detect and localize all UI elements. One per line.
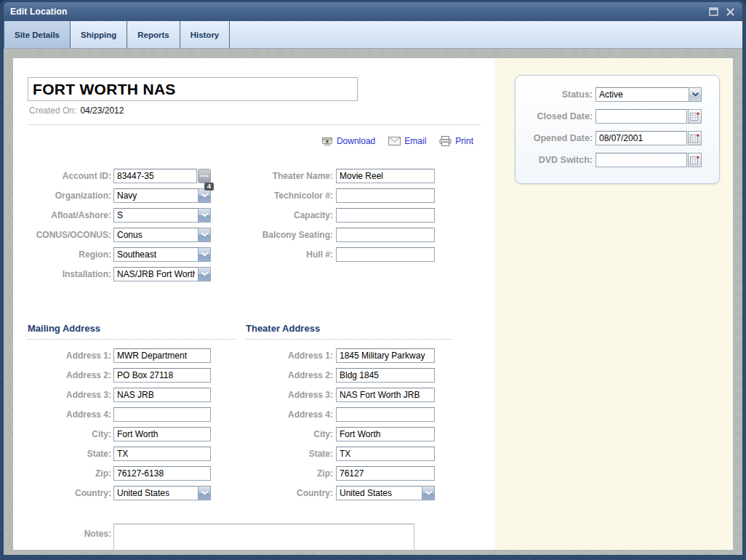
technicolor-input[interactable] (336, 188, 435, 203)
organization-dropdown-button[interactable] (198, 188, 211, 203)
details-left-form: Account ID:4Organization:Afloat/Ashore:C… (15, 169, 211, 287)
form-row: Installation: (15, 267, 211, 281)
form-row: Organization: (15, 188, 211, 203)
form-row: Status: (524, 87, 710, 103)
address-3-input[interactable] (336, 388, 435, 402)
afloat-ashore-dropdown-button[interactable] (198, 208, 211, 223)
capacity-field (336, 208, 435, 223)
form-row: Technicolor #: (238, 188, 435, 203)
titlebar[interactable]: Edit Location (4, 2, 742, 21)
conus-oconus-field (113, 228, 211, 242)
tab-label: History (190, 31, 220, 39)
organization-input[interactable] (113, 188, 198, 203)
state-input[interactable] (336, 447, 435, 461)
country-label: Country: (238, 488, 333, 498)
installation-dropdown-button[interactable] (198, 267, 211, 281)
address-3-input[interactable] (113, 388, 211, 402)
country-label: Country: (15, 488, 111, 498)
form-row: City: (238, 427, 435, 441)
conus-oconus-dropdown-button[interactable] (198, 228, 211, 242)
theater-address-header: Theater Address (246, 323, 452, 340)
details-right-form: Theater Name:Technicolor #:Capacity:Balc… (238, 169, 435, 267)
afloat-ashore-input[interactable] (113, 208, 198, 223)
balcony-seating-label: Balcony Seating: (238, 230, 333, 240)
address-4-input[interactable] (336, 407, 435, 422)
address-1-label: Address 1: (238, 351, 333, 361)
form-row: Region: (15, 247, 211, 262)
address-3-label: Address 3: (238, 390, 333, 400)
capacity-input[interactable] (336, 208, 435, 223)
country-dropdown-button[interactable] (198, 486, 211, 500)
form-row: Address 4: (238, 407, 435, 422)
address-3-field (113, 388, 211, 402)
opened-date-calendar-button[interactable] (688, 131, 702, 145)
installation-input[interactable] (113, 267, 198, 281)
status-label: Status: (524, 89, 593, 100)
address-1-input[interactable] (336, 348, 435, 363)
close-icon (726, 8, 734, 16)
print-link[interactable]: Print (439, 136, 473, 146)
theater-name-label: Theater Name: (238, 171, 333, 181)
organization-field (113, 188, 211, 203)
maximize-button[interactable] (707, 7, 719, 17)
window-controls (707, 7, 736, 17)
region-dropdown-button[interactable] (198, 247, 211, 262)
theater-name-input[interactable] (336, 169, 435, 183)
theater-address-form: Address 1:Address 2:Address 3:Address 4:… (238, 348, 435, 505)
address-4-input[interactable] (113, 407, 211, 422)
form-row: Theater Name: (238, 169, 435, 183)
opened-date-input[interactable] (595, 131, 687, 145)
account-id-lookup-button[interactable] (198, 169, 211, 183)
organization-label: Organization: (15, 191, 111, 201)
tab-shipping[interactable]: Shipping (71, 21, 127, 48)
address-4-field (336, 407, 435, 422)
zip-input[interactable] (336, 466, 435, 481)
address-2-field (336, 368, 435, 383)
dvd-switch-calendar-button[interactable] (688, 153, 702, 167)
tab-reports[interactable]: Reports (127, 21, 180, 48)
hull-input[interactable] (336, 247, 435, 262)
status-dropdown-button[interactable] (689, 87, 702, 102)
zip-input[interactable] (113, 466, 211, 481)
notes-textarea[interactable] (113, 524, 414, 550)
site-name-input[interactable] (28, 77, 358, 101)
email-link[interactable]: Email (388, 136, 426, 146)
chevron-down-dark-icon (692, 92, 699, 97)
status-input[interactable] (595, 87, 689, 102)
chevron-down-icon (201, 233, 208, 237)
form-row: State: (15, 447, 211, 461)
region-input[interactable] (113, 247, 198, 262)
state-input[interactable] (113, 447, 211, 461)
state-field (113, 447, 211, 461)
balcony-seating-input[interactable] (336, 228, 435, 242)
print-link-label: Print (455, 136, 473, 146)
dialog-frame: Created On:04/23/2012 DownloadEmailPrint… (4, 49, 742, 555)
dvd-switch-input[interactable] (595, 153, 687, 167)
tab-history[interactable]: History (180, 21, 230, 48)
account-id-input[interactable] (113, 169, 197, 183)
status-field (595, 87, 702, 102)
closed-date-input[interactable] (595, 109, 687, 124)
site-details-panel: Created On:04/23/2012 DownloadEmailPrint… (13, 58, 494, 550)
form-row: State: (238, 447, 435, 461)
conus-oconus-input[interactable] (113, 228, 198, 242)
closed-date-calendar-button[interactable] (688, 109, 702, 124)
maximize-icon (709, 7, 718, 16)
opened-date-label: Opened Date: (524, 133, 593, 143)
address-1-input[interactable] (113, 348, 211, 363)
chevron-down-icon (201, 272, 208, 276)
city-input[interactable] (336, 427, 435, 441)
tab-site-details[interactable]: Site Details (4, 21, 71, 48)
address-2-input[interactable] (336, 368, 435, 383)
city-input[interactable] (113, 427, 211, 441)
technicolor-label: Technicolor #: (238, 191, 333, 201)
download-link[interactable]: Download (321, 136, 375, 146)
account-id-label: Account ID: (15, 171, 111, 181)
address-2-input[interactable] (113, 368, 211, 383)
country-input[interactable] (336, 486, 422, 500)
country-dropdown-button[interactable] (422, 486, 435, 500)
close-button[interactable] (724, 7, 736, 17)
state-label: State: (238, 449, 333, 459)
form-row: Zip: (15, 466, 211, 481)
country-input[interactable] (113, 486, 198, 500)
